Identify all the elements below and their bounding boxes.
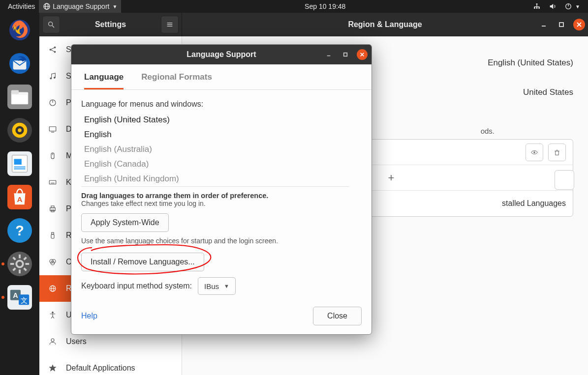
preview-layout-button[interactable] (526, 144, 543, 161)
music-icon (48, 72, 57, 81)
search-button[interactable] (42, 16, 60, 33)
input-options-button[interactable] (555, 170, 574, 190)
sidebar-item-default-apps[interactable]: Default Applications (39, 355, 182, 375)
dock-thunderbird[interactable] (6, 50, 33, 77)
dialog-close-button[interactable] (357, 49, 368, 60)
svg-rect-4 (534, 7, 535, 9)
svg-point-45 (50, 49, 51, 51)
svg-rect-78 (344, 53, 347, 57)
svg-rect-6 (538, 7, 540, 9)
dialog-titlebar[interactable]: Language Support (71, 45, 371, 64)
appmenu-label: Language Support (53, 2, 109, 10)
activities-button[interactable]: Activities (4, 0, 39, 13)
settings-titlebar: Settings Region & Language (39, 13, 588, 36)
apply-system-wide-button[interactable]: Apply System-Wide (81, 213, 169, 232)
writer-icon (8, 152, 31, 175)
maximize-button[interactable] (556, 19, 567, 30)
accessibility-icon (48, 311, 57, 319)
drag-note: Drag languages to arrange them in order … (81, 192, 362, 200)
activities-label: Activities (8, 2, 35, 10)
tab-regional-formats[interactable]: Regional Formats (141, 72, 212, 89)
svg-rect-58 (50, 208, 56, 211)
install-remove-languages-button[interactable]: Install / Remove Languages... (81, 253, 204, 271)
minimize-button[interactable] (538, 19, 550, 30)
dock-language-support[interactable]: A文 (6, 284, 33, 311)
plus-icon: + (388, 172, 395, 184)
tab-label: Language (84, 72, 124, 82)
svg-rect-59 (51, 206, 54, 208)
dock-firefox[interactable] (6, 17, 33, 43)
svg-point-48 (50, 78, 52, 79)
svg-point-73 (534, 151, 535, 153)
tab-language[interactable]: Language (84, 72, 124, 89)
language-row[interactable]: English (81, 127, 349, 142)
dock-help[interactable]: ? (6, 217, 33, 244)
power-indicator[interactable]: ▼ (560, 0, 584, 13)
button-label: Install / Remove Languages... (91, 258, 195, 266)
svg-point-70 (51, 339, 54, 342)
globe-icon (43, 2, 51, 10)
close-icon (576, 22, 582, 28)
help-link[interactable]: Help (81, 312, 97, 320)
dock-files[interactable] (6, 84, 33, 110)
clock-label: Sep 10 19:48 (305, 2, 345, 10)
speaker-icon (8, 119, 31, 142)
language-support-dialog: Language Support Language Regional Forma… (71, 44, 372, 335)
help-icon: ? (8, 219, 31, 242)
gnome-topbar: Activities Language Support ▼ Sep 10 19:… (0, 0, 588, 13)
maximize-icon (558, 22, 564, 28)
appmenu-button[interactable]: Language Support ▼ (39, 0, 121, 13)
power-icon (48, 98, 57, 107)
dock-rhythmbox[interactable] (6, 117, 33, 144)
language-value: English (United States) (488, 58, 573, 68)
language-row[interactable]: English (Australia) (81, 142, 349, 157)
dock-software[interactable]: A (6, 184, 33, 210)
svg-point-47 (54, 51, 56, 53)
language-row[interactable]: English (United States) (81, 113, 349, 127)
svg-point-36 (49, 22, 53, 26)
search-icon (47, 21, 55, 29)
printer-icon (48, 204, 57, 213)
gear-icon (560, 175, 569, 184)
shopping-bag-icon: A (8, 186, 31, 208)
svg-point-16 (18, 128, 22, 132)
svg-rect-74 (556, 151, 559, 155)
sidebar-label: Users (66, 337, 87, 346)
formats-value: United States (523, 87, 573, 97)
kbd-method-select[interactable]: IBus ▼ (198, 277, 236, 295)
svg-point-71 (563, 179, 566, 181)
volume-indicator[interactable] (545, 0, 560, 13)
svg-point-46 (54, 47, 56, 48)
gear-icon (8, 253, 31, 275)
dialog-minimize-button[interactable] (323, 49, 334, 60)
svg-rect-5 (536, 7, 538, 9)
remove-source-button[interactable] (548, 144, 566, 161)
dialog-tabs: Language Regional Formats (71, 64, 371, 90)
chevron-down-icon: ▼ (575, 4, 580, 9)
hamburger-button[interactable] (161, 16, 179, 33)
thunderbird-icon (8, 52, 31, 75)
close-button[interactable] (573, 19, 585, 30)
clock-button[interactable]: Sep 10 19:48 (301, 0, 349, 13)
svg-rect-20 (14, 169, 26, 170)
svg-line-31 (24, 258, 27, 260)
svg-rect-3 (536, 3, 538, 5)
trash-icon (553, 148, 561, 156)
network-indicator[interactable] (529, 0, 545, 13)
dialog-maximize-button[interactable] (340, 49, 351, 60)
volume-icon (549, 2, 557, 10)
eye-icon (530, 148, 538, 156)
dock-settings[interactable] (6, 251, 33, 277)
language-row[interactable]: English (Canada) (81, 157, 349, 172)
svg-line-28 (13, 258, 16, 260)
language-priority-list[interactable]: English (United States) English English … (81, 113, 349, 187)
manage-languages-label: stalled Languages (502, 199, 566, 208)
user-icon (48, 337, 57, 346)
launcher-dock: A ? A文 (0, 13, 39, 375)
dock-libreoffice[interactable] (6, 150, 33, 177)
button-label: Close (327, 312, 347, 320)
svg-line-30 (13, 268, 16, 271)
language-row[interactable]: English (United Kingdom) (81, 172, 349, 186)
close-dialog-button[interactable]: Close (313, 307, 362, 325)
svg-rect-62 (51, 234, 54, 238)
